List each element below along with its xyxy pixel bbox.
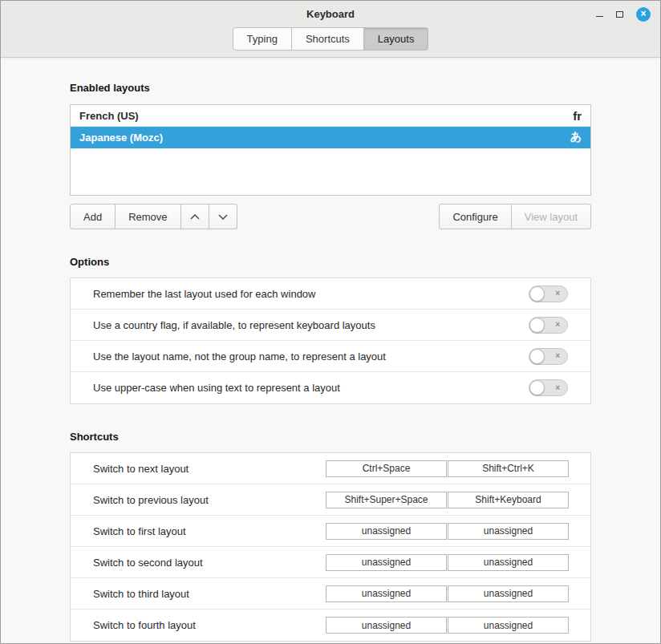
keybinding-button-2[interactable]: unassigned	[448, 617, 569, 634]
layout-actions: Add Remove Configure View layout	[70, 204, 591, 229]
maximize-icon	[616, 11, 623, 18]
option-row-upper-case: Use upper-case when using text to repres…	[71, 372, 590, 403]
maximize-button[interactable]	[616, 11, 623, 18]
toggle-off-icon: ×	[555, 321, 560, 329]
shortcut-row-fourth-layout: Switch to fourth layout unassigned unass…	[71, 610, 590, 641]
option-label: Remember the last layout used for each w…	[93, 288, 315, 300]
chevron-up-icon	[189, 213, 201, 221]
upper-case-toggle[interactable]: ×	[529, 379, 568, 396]
tab-typing[interactable]: Typing	[233, 27, 292, 51]
add-layout-button[interactable]: Add	[70, 204, 116, 229]
keybinding-group: unassigned unassigned	[326, 523, 569, 540]
layout-edit-button-group: Add Remove	[70, 204, 237, 229]
keybinding-button-1[interactable]: Ctrl+Space	[326, 460, 447, 477]
keybinding-group: unassigned unassigned	[326, 585, 569, 602]
remember-layout-toggle[interactable]: ×	[529, 286, 568, 302]
keybinding-button-1[interactable]: unassigned	[326, 554, 447, 571]
layout-view-button-group: Configure View layout	[439, 204, 591, 229]
shortcut-label: Switch to previous layout	[93, 494, 209, 506]
keyboard-settings-window: Keyboard × Typing Shortcuts Layouts Enab…	[0, 0, 661, 644]
enabled-layouts-header: Enabled layouts	[70, 82, 591, 94]
shortcut-row-second-layout: Switch to second layout unassigned unass…	[71, 547, 590, 578]
chevron-down-icon	[217, 213, 229, 221]
shortcut-label: Switch to second layout	[93, 557, 203, 569]
keybinding-button-1[interactable]: unassigned	[326, 617, 447, 634]
toggle-knob	[529, 349, 545, 364]
shortcut-row-next-layout: Switch to next layout Ctrl+Space Shift+C…	[71, 453, 590, 484]
move-layout-up-button[interactable]	[181, 204, 209, 229]
toggle-off-icon: ×	[555, 290, 560, 298]
keybinding-button-2[interactable]: unassigned	[448, 585, 569, 602]
toggle-off-icon: ×	[555, 384, 560, 392]
layout-name: Japanese (Mozc)	[79, 132, 163, 144]
keybinding-button-2[interactable]: Shift+Ctrl+K	[448, 460, 569, 477]
keybinding-button-2[interactable]: Shift+Keyboard	[448, 492, 569, 508]
tab-layouts[interactable]: Layouts	[364, 27, 429, 51]
keybinding-group: unassigned unassigned	[326, 617, 569, 634]
shortcut-label: Switch to next layout	[93, 463, 189, 475]
options-header: Options	[70, 256, 591, 268]
layout-name-toggle[interactable]: ×	[529, 348, 568, 365]
keybinding-button-1[interactable]: unassigned	[326, 585, 447, 602]
window-controls: ×	[596, 1, 651, 27]
window-header: Keyboard × Typing Shortcuts Layouts	[1, 1, 660, 58]
toggle-off-icon: ×	[555, 352, 560, 360]
layouts-page: Enabled layouts French (US) fr Japanese …	[1, 58, 660, 643]
close-button[interactable]: ×	[636, 7, 651, 22]
option-label: Use upper-case when using text to repres…	[93, 382, 340, 394]
option-row-remember-layout: Remember the last layout used for each w…	[71, 278, 590, 310]
shortcut-row-first-layout: Switch to first layout unassigned unassi…	[71, 516, 590, 547]
toggle-knob	[529, 380, 545, 395]
shortcut-label: Switch to first layout	[93, 525, 186, 537]
country-flag-toggle[interactable]: ×	[529, 317, 568, 334]
view-layout-button[interactable]: View layout	[512, 204, 591, 229]
window-title: Keyboard	[306, 8, 355, 20]
option-label: Use a country flag, if available, to rep…	[93, 319, 375, 331]
toggle-knob	[529, 286, 545, 302]
shortcuts-list: Switch to next layout Ctrl+Space Shift+C…	[70, 452, 591, 642]
keybinding-button-1[interactable]: Shift+Super+Space	[326, 492, 447, 508]
keybinding-button-2[interactable]: unassigned	[448, 554, 569, 571]
shortcut-label: Switch to fourth layout	[93, 619, 196, 631]
configure-layout-button[interactable]: Configure	[439, 204, 511, 229]
tab-shortcuts[interactable]: Shortcuts	[292, 27, 364, 51]
toggle-knob	[529, 318, 545, 333]
enabled-layouts-list: French (US) fr Japanese (Mozc) あ	[70, 104, 591, 196]
keybinding-button-1[interactable]: unassigned	[326, 523, 447, 540]
move-layout-down-button[interactable]	[209, 204, 237, 229]
layout-indicator-icon: fr	[573, 109, 582, 123]
shortcut-row-previous-layout: Switch to previous layout Shift+Super+Sp…	[71, 484, 590, 516]
keybinding-group: Shift+Super+Space Shift+Keyboard	[326, 492, 569, 508]
close-icon: ×	[640, 9, 646, 18]
option-label: Use the layout name, not the group name,…	[93, 350, 386, 363]
tab-bar: Typing Shortcuts Layouts	[1, 27, 660, 51]
keybinding-group: Ctrl+Space Shift+Ctrl+K	[326, 460, 569, 477]
layout-indicator-icon: あ	[570, 130, 582, 144]
titlebar[interactable]: Keyboard ×	[1, 1, 660, 27]
option-row-country-flag: Use a country flag, if available, to rep…	[71, 310, 590, 341]
remove-layout-button[interactable]: Remove	[116, 204, 180, 229]
minimize-icon	[596, 16, 603, 17]
option-row-layout-name: Use the layout name, not the group name,…	[71, 341, 590, 372]
shortcuts-header: Shortcuts	[70, 431, 591, 443]
layout-name: French (US)	[79, 110, 139, 122]
minimize-button[interactable]	[596, 11, 603, 17]
keybinding-button-2[interactable]: unassigned	[448, 523, 569, 540]
keybinding-group: unassigned unassigned	[326, 554, 569, 571]
layout-row-french[interactable]: French (US) fr	[71, 105, 590, 127]
options-list: Remember the last layout used for each w…	[70, 277, 591, 404]
shortcut-label: Switch to third layout	[93, 588, 189, 600]
shortcut-row-third-layout: Switch to third layout unassigned unassi…	[71, 578, 590, 610]
layout-row-japanese[interactable]: Japanese (Mozc) あ	[71, 127, 590, 148]
